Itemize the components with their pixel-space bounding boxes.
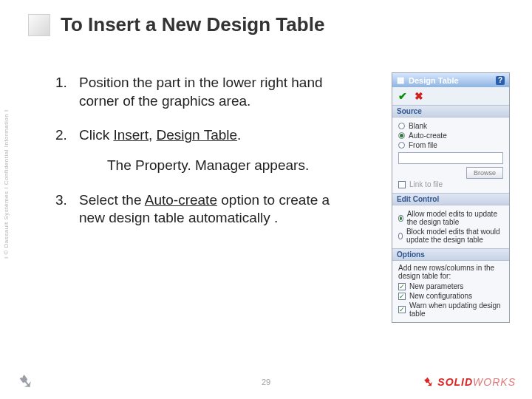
browse-button[interactable]: Browse	[466, 167, 503, 179]
pm-title: Design Table	[409, 76, 459, 85]
edit-control-section-header[interactable]: Edit Control	[392, 193, 509, 205]
dassault-logo: ➷	[16, 370, 33, 393]
step-3-pre: Select the	[79, 192, 145, 208]
radio-icon	[398, 215, 403, 222]
radio-icon	[398, 233, 403, 239]
copyright-sidebar: I © Dassault Systèmes I Confidential Inf…	[3, 109, 10, 259]
solidworks-glyph-icon: ➷	[422, 374, 433, 390]
step-2-text: Click Insert, Design Table.	[79, 126, 241, 145]
check-link-label: Link to file	[409, 180, 443, 188]
help-icon[interactable]: ?	[496, 76, 505, 85]
check-new-configurations[interactable]: New configurations	[398, 292, 503, 300]
step-3-number: 3.	[55, 191, 72, 228]
step-1-text: Position the part in the lower right han…	[79, 74, 336, 110]
cancel-button[interactable]: ✖	[415, 90, 423, 102]
step-1-number: 1.	[55, 74, 72, 110]
radio-auto-create[interactable]: Auto-create	[398, 132, 503, 140]
radio-icon	[398, 123, 405, 129]
step-2-number: 2.	[55, 126, 72, 145]
page-number: 29	[262, 378, 270, 386]
checkbox-icon	[398, 293, 406, 300]
solidworks-brand-prefix: SOLID	[437, 376, 473, 388]
page-title: To Insert a New Design Table	[61, 13, 324, 36]
radio-blank[interactable]: Blank	[398, 122, 503, 130]
check-link-to-file[interactable]: Link to file	[398, 180, 503, 188]
radio-allow-edits[interactable]: Allow model edits to update the design t…	[398, 210, 503, 226]
radio-from-file-label: From file	[409, 141, 437, 149]
title-cube-icon	[28, 14, 50, 36]
checkbox-icon	[398, 181, 406, 188]
options-section-body: Add new rows/columns in the design table…	[392, 261, 509, 322]
step-2-post: .	[237, 127, 241, 143]
radio-block-edits[interactable]: Block model edits that would update the …	[398, 228, 503, 244]
solidworks-logo: ➷ SOLIDWORKS	[422, 374, 516, 390]
instruction-body: 1. Position the part in the lower right …	[55, 74, 336, 244]
step-1: 1. Position the part in the lower right …	[55, 74, 336, 110]
options-lead-text: Add new rows/columns in the design table…	[398, 264, 503, 280]
step-2-result: The Property. Manager appears.	[107, 157, 336, 175]
checkbox-icon	[398, 283, 406, 290]
check-warn-update[interactable]: Warn when updating design table	[398, 301, 503, 318]
options-section-header[interactable]: Options	[392, 248, 509, 261]
radio-icon	[398, 132, 405, 139]
footer: ➷ 29 ➷ SOLIDWORKS	[0, 370, 532, 393]
check-new-parameters-label: New parameters	[409, 282, 463, 290]
pm-titlebar: ▦ Design Table ?	[392, 73, 509, 87]
ok-button[interactable]: ✔	[398, 90, 407, 102]
step-2: 2. Click Insert, Design Table.	[55, 126, 336, 145]
pm-confirm-row: ✔ ✖	[392, 87, 509, 105]
radio-blank-label: Blank	[409, 122, 427, 130]
checkbox-icon	[398, 306, 406, 313]
auto-create-ref: Auto-create	[145, 192, 217, 208]
check-new-parameters[interactable]: New parameters	[398, 282, 503, 290]
radio-from-file[interactable]: From file	[398, 141, 503, 149]
insert-menu-ref: Insert	[113, 127, 149, 143]
radio-block-edits-label: Block model edits that would update the …	[406, 228, 503, 244]
check-warn-update-label: Warn when updating design table	[409, 301, 503, 318]
step-3: 3. Select the Auto-create option to crea…	[55, 191, 336, 228]
step-2-mid: ,	[149, 127, 157, 143]
radio-icon	[398, 142, 405, 149]
pm-table-icon: ▦	[397, 75, 404, 85]
check-new-configurations-label: New configurations	[409, 292, 472, 300]
source-section-header[interactable]: Source	[392, 105, 509, 117]
property-manager-panel: ▦ Design Table ? ✔ ✖ Source Blank Auto-c…	[392, 72, 510, 323]
file-path-input[interactable]	[398, 152, 503, 164]
design-table-menu-ref: Design Table	[157, 127, 238, 143]
solidworks-brand-suffix: WORKS	[473, 376, 516, 388]
edit-control-section-body: Allow model edits to update the design t…	[392, 205, 509, 248]
step-2-pre: Click	[79, 127, 113, 143]
source-section-body: Blank Auto-create From file Browse Link …	[392, 117, 509, 193]
step-3-text: Select the Auto-create option to create …	[79, 191, 336, 228]
radio-allow-edits-label: Allow model edits to update the design t…	[407, 210, 503, 226]
radio-auto-create-label: Auto-create	[409, 132, 447, 140]
